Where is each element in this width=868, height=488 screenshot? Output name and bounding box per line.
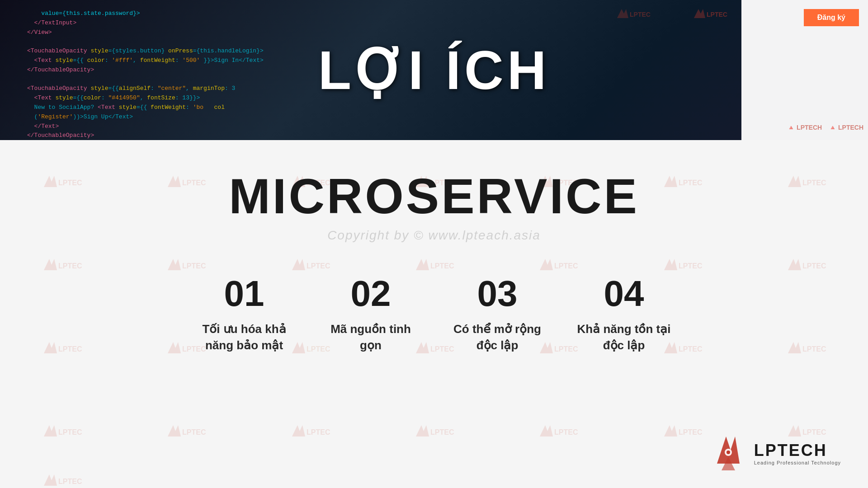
hero-section: value={this.state.password}> </TextInput… — [0, 0, 868, 140]
benefit-item-01: 01 Tối ưu hóa khả năng bảo mật — [181, 267, 307, 363]
lptech-logo — [708, 432, 749, 474]
watermark-item: LPTECH — [744, 223, 868, 306]
benefits-grid: 01 Tối ưu hóa khả năng bảo mật 02 Mã ngu… — [181, 267, 687, 363]
bottom-section: LPTECH LPTECH LPTECH LPTECH LPTECH — [0, 140, 868, 488]
svg-text:LPTECH: LPTECH — [554, 428, 578, 436]
hero-title: LỢI ÍCH — [318, 39, 550, 102]
benefit-item-04: 04 Khả năng tồn tại độc lập — [561, 267, 687, 363]
svg-text:LPTECH: LPTECH — [58, 428, 82, 436]
svg-marker-48 — [168, 425, 181, 436]
svg-text:LPTECH: LPTECH — [802, 179, 826, 187]
watermark-item: LPTECH — [372, 389, 496, 472]
svg-marker-46 — [44, 425, 57, 436]
svg-text:LPTECH: LPTECH — [430, 428, 454, 436]
benefit-number-1: 01 — [224, 276, 264, 312]
watermark-item: LPTECH — [496, 389, 620, 472]
svg-marker-4 — [44, 176, 57, 187]
svg-marker-34 — [168, 342, 181, 353]
svg-text:LPTECH: LPTECH — [802, 345, 826, 353]
main-title: MICROSERVICE — [229, 167, 639, 225]
watermark-item: LPTECH — [744, 140, 868, 223]
svg-text:LPTECH: LPTECH — [58, 262, 82, 270]
lptech-subtitle: Leading Professional Technology — [754, 460, 841, 465]
watermark-item: LPTECH — [124, 389, 248, 472]
svg-text:LPTECH: LPTECH — [307, 428, 330, 436]
watermark-item: LPTECH — [248, 389, 372, 472]
benefit-number-4: 04 — [604, 276, 644, 312]
benefit-desc-2: Mã nguồn tinh gọn — [321, 321, 420, 354]
watermark-item: LPTECH — [0, 389, 124, 472]
svg-marker-32 — [44, 342, 57, 353]
svg-point-65 — [726, 450, 730, 454]
lptech-watermark-hero-2: LPTECH — [615, 7, 651, 22]
svg-marker-60 — [44, 474, 57, 486]
lptech-text-container: LPTECH Leading Professional Technology — [754, 441, 841, 465]
copyright-text: Copyright by © www.lpteach.asia — [327, 228, 541, 243]
lptech-watermark-hero-1: LPTECH — [692, 7, 728, 22]
svg-marker-2 — [617, 9, 628, 18]
svg-marker-44 — [788, 342, 801, 353]
lptech-brand: LPTECH Leading Professional Technology — [708, 432, 841, 474]
svg-text:LPTECH: LPTECH — [58, 478, 82, 485]
benefit-desc-3: Có thể mở rộng độc lập — [448, 321, 547, 354]
svg-text:LPTECH: LPTECH — [630, 11, 651, 18]
benefit-desc-1: Tối ưu hóa khả năng bảo mật — [194, 321, 294, 354]
svg-text:LPTECH: LPTECH — [802, 262, 826, 270]
svg-marker-16 — [788, 176, 801, 187]
svg-text:LPTECH: LPTECH — [58, 345, 82, 353]
benefit-item-03: 03 Có thể mở rộng độc lập — [434, 267, 561, 363]
svg-marker-52 — [416, 425, 429, 436]
svg-marker-20 — [168, 259, 181, 270]
benefit-item-02: 02 Mã nguồn tinh gọn — [307, 267, 434, 363]
svg-marker-30 — [788, 259, 801, 270]
svg-marker-14 — [664, 176, 677, 187]
svg-text:LPTECH: LPTECH — [679, 179, 703, 187]
svg-marker-50 — [292, 425, 305, 436]
svg-marker-0 — [694, 9, 705, 18]
svg-text:LPTECH: LPTECH — [707, 11, 728, 18]
watermark-item: LPTECH — [0, 306, 124, 389]
watermark-item: LPTECH — [0, 223, 124, 306]
svg-marker-18 — [44, 259, 57, 270]
hero-right-panel: Đăng ký 🔺 LPTECH 🔺 LPTECH — [741, 0, 868, 140]
watermark-item: LPTECH — [0, 472, 124, 488]
svg-text:LPTECH: LPTECH — [679, 428, 703, 436]
hero-title-container: LỢI ÍCH — [318, 39, 550, 102]
register-button[interactable]: Đăng ký — [804, 9, 859, 26]
lptech-name: LPTECH — [754, 441, 841, 460]
benefit-number-2: 02 — [351, 276, 391, 312]
benefit-desc-4: Khả năng tồn tại độc lập — [574, 321, 674, 354]
svg-text:LPTECH: LPTECH — [58, 179, 82, 187]
svg-text:LPTECH: LPTECH — [182, 179, 206, 187]
watermark-item: LPTECH — [0, 140, 124, 223]
watermark-item: LPTECH — [744, 306, 868, 389]
benefit-number-3: 03 — [477, 276, 518, 312]
svg-marker-6 — [168, 176, 181, 187]
svg-text:LPTECH: LPTECH — [182, 428, 206, 436]
svg-marker-56 — [664, 425, 677, 436]
svg-marker-54 — [540, 425, 553, 436]
